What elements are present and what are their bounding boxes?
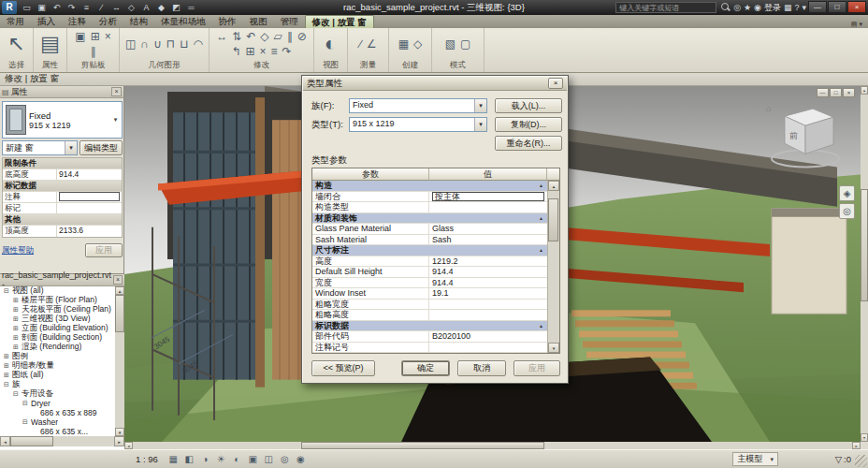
tree-item[interactable]: ⊞ 三维视图 (3D View)	[0, 314, 115, 324]
move-icon[interactable]: ↔	[216, 31, 227, 43]
edit-type-button[interactable]: 编辑类型	[80, 140, 123, 155]
3d-view-icon[interactable]: ◆	[154, 1, 168, 14]
chevron-down-icon[interactable]: ▾	[65, 141, 77, 154]
parameter-row[interactable]: Sash Material Sash	[312, 235, 547, 246]
steering-wheel-icon[interactable]: ◈	[839, 185, 855, 201]
parameter-row[interactable]: 粗略宽度	[312, 300, 547, 311]
property-row[interactable]: 顶高度 2133.6	[3, 226, 122, 237]
load-button[interactable]: 载入(L)...	[495, 98, 562, 113]
preview-button[interactable]: << 预览(P)	[311, 360, 375, 376]
ribbon-tab[interactable]: 注释	[62, 15, 93, 28]
dialog-apply-button[interactable]: 应用	[514, 360, 560, 376]
angle-dimension-icon[interactable]: ∠	[367, 38, 377, 51]
cope-icon[interactable]: ⊓	[166, 38, 175, 51]
close-icon[interactable]: ×	[111, 87, 122, 96]
pin-icon[interactable]: ⊞	[245, 46, 254, 58]
property-row[interactable]: 注释	[3, 192, 122, 203]
chevron-down-icon[interactable]: ▾	[770, 456, 774, 463]
parameter-row[interactable]: 标识数据	[312, 321, 547, 332]
scale-icon[interactable]: ≡	[271, 46, 278, 58]
rotate-icon[interactable]: ↶	[246, 31, 255, 43]
tag-icon[interactable]: ◇	[124, 1, 138, 14]
parameter-row[interactable]: 注释记号	[312, 343, 547, 354]
search-input[interactable]	[615, 2, 716, 13]
chevron-down-icon[interactable]: ▾	[859, 21, 862, 28]
favorites-icon[interactable]: ★	[744, 1, 751, 14]
delete-icon[interactable]: ×	[260, 46, 267, 58]
parameter-row[interactable]: 尺寸标注	[312, 245, 547, 256]
exchange-apps-icon[interactable]: ▦	[784, 1, 792, 14]
maximize-icon[interactable]: □	[828, 1, 846, 13]
chevron-down-icon[interactable]: ▾	[474, 118, 486, 131]
ribbon-tab[interactable]: 插入	[31, 15, 62, 28]
tree-item[interactable]: 686 x 635 x 889	[0, 408, 115, 417]
palette-apply-button[interactable]: 应用	[85, 243, 123, 257]
thin-lines-icon[interactable]: ═	[184, 1, 198, 14]
type-selector[interactable]: Fixed 915 x 1219 ▾	[2, 101, 123, 139]
detail-level-icon[interactable]: ◧	[182, 452, 196, 466]
duplicate-button[interactable]: 复制(D)...	[495, 117, 562, 132]
browser-vertical-scrollbar[interactable]: ▴ ▾	[115, 286, 124, 436]
close-icon[interactable]: ×	[548, 78, 563, 89]
match-type-icon[interactable]: ∥	[91, 46, 96, 58]
close-icon[interactable]: ×	[847, 1, 866, 13]
search-icon[interactable]	[719, 2, 731, 13]
help-dropdown-icon[interactable]: ▾	[802, 1, 806, 14]
crop-view-icon[interactable]: ▣	[246, 452, 260, 466]
design-option-combo[interactable]: 主模型 ▾	[732, 452, 778, 466]
revit-logo[interactable]: R	[2, 1, 17, 14]
tree-item[interactable]: ⊞ 立面 (Building Elevation)	[0, 324, 115, 333]
ribbon-tab[interactable]: 视图	[243, 15, 274, 28]
split-face-icon[interactable]: ⊔	[180, 38, 188, 51]
visual-style-icon[interactable]: ◑	[198, 452, 212, 466]
browser-horizontal-scrollbar[interactable]: ◂ ▸	[0, 436, 124, 446]
modify-select-icon[interactable]: ↖	[7, 30, 24, 58]
offset-icon[interactable]: ⇅	[232, 31, 241, 43]
load-family-icon[interactable]: ▢	[460, 38, 470, 51]
view-scale[interactable]: 1 : 96	[131, 452, 163, 466]
communication-center-icon[interactable]: ◎	[733, 1, 741, 14]
create-similar-icon[interactable]: ◇	[413, 38, 422, 51]
rename-button[interactable]: 重命名(R)...	[495, 136, 562, 151]
tree-item[interactable]: ⊞ 天花板平面 (Ceiling Plan)	[0, 305, 115, 314]
resize-grip[interactable]	[855, 455, 867, 467]
ok-button[interactable]: 确定	[401, 360, 450, 376]
dimension-icon[interactable]: ↔	[109, 1, 123, 14]
scroll-down-icon[interactable]: ▾	[548, 343, 559, 353]
scroll-up-icon[interactable]: ▴	[548, 181, 559, 191]
properties-help-link[interactable]: 属性帮助	[2, 245, 34, 256]
tree-expand-icon[interactable]: ⊞	[3, 362, 10, 370]
login-button[interactable]: 登录	[764, 2, 781, 14]
minimize-icon[interactable]: —	[808, 1, 827, 13]
parameter-row[interactable]: Default Sill Height 914.4	[312, 267, 547, 278]
scale-icon[interactable]: ▦	[166, 452, 181, 466]
tree-expand-icon[interactable]: ⊟	[3, 381, 10, 388]
ribbon-tab[interactable]: 分析	[93, 15, 123, 28]
demolish-icon[interactable]: ◠	[194, 38, 203, 51]
print-icon[interactable]: ≡	[80, 1, 94, 14]
property-row[interactable]: 底高度 914.4	[3, 169, 122, 181]
family-combo[interactable]: Fixed ▾	[349, 98, 487, 113]
account-icon[interactable]: ◉	[754, 1, 761, 14]
scroll-left-icon[interactable]: ◂	[0, 436, 10, 446]
property-row[interactable]: 标记	[3, 203, 122, 214]
scroll-thumb[interactable]	[548, 198, 558, 241]
tree-item[interactable]: ⊞ 图纸 (all)	[0, 371, 115, 380]
open-icon[interactable]: ▭	[20, 1, 34, 14]
ribbon-tab[interactable]: 常用	[0, 15, 31, 28]
close-icon[interactable]: ×	[113, 275, 123, 285]
split-icon[interactable]: ⊘	[297, 31, 307, 43]
copy-icon[interactable]: ⊞	[91, 31, 100, 43]
sun-path-icon[interactable]: ☀	[214, 452, 228, 466]
ribbon-tab[interactable]: 协作	[212, 15, 243, 28]
property-row[interactable]: 其他	[3, 214, 122, 226]
filter-icon[interactable]: ▽	[835, 454, 842, 464]
text-icon[interactable]: A	[139, 1, 153, 14]
window-mode-icon[interactable]: ▧	[445, 38, 456, 51]
tree-expand-icon[interactable]: ⊞	[12, 334, 20, 342]
tree-item[interactable]: ⊟ 视图 (all)	[0, 286, 115, 296]
view-minimize-icon[interactable]: —	[817, 88, 829, 97]
crop-region-icon[interactable]: ◫	[262, 452, 276, 466]
help-icon[interactable]: ?	[794, 1, 799, 14]
tree-item[interactable]: ⊟ Washer	[0, 417, 115, 427]
